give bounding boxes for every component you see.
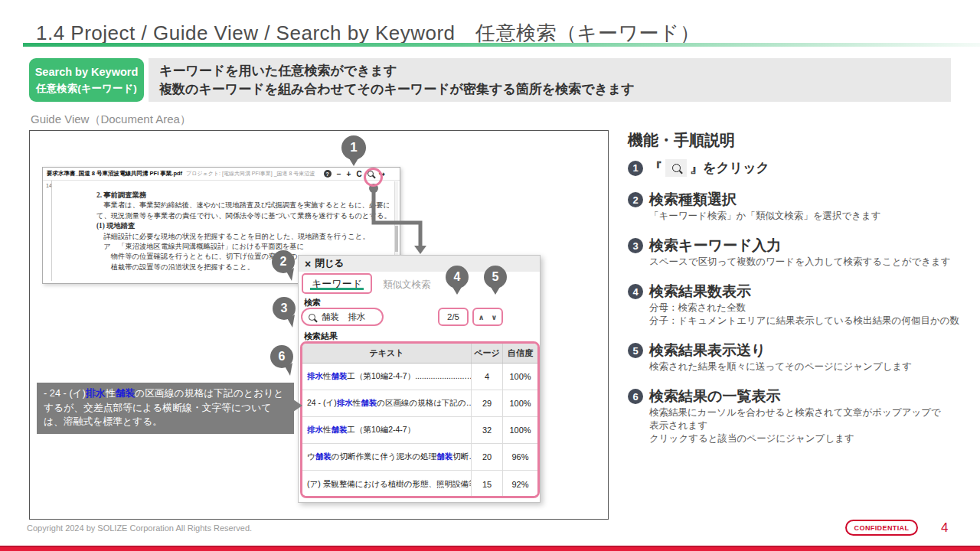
zoom-in-icon[interactable]: + [347,170,351,178]
search-result-row[interactable]: (ア) 景観整備における植樹の形態、照明設備等…1592% [302,471,537,497]
result-page-cell: 29 [472,390,503,416]
step-number-badge: 3 [628,238,643,253]
results-table: テキスト ページ 自信度 排水性舗装工（第10編2-4-7）..........… [300,341,540,498]
callout-2-number: 2 [280,255,287,269]
search-result-row[interactable]: ウ 舗装の切断作業に伴う泥水の処理 舗装切断…2096% [302,444,537,471]
step-number-badge: 2 [628,192,643,207]
pdf-toolbar: ? − + C ↪ [324,170,396,178]
result-page-cell: 15 [472,471,503,497]
text-segment: 24 - (イ) [307,398,337,409]
pdf-page-edge [51,181,52,281]
pdf-project-label: プロジェクト: [電線共同溝 PFI事業] _国道 8 号東沼波 [186,170,320,178]
tab-keyword[interactable]: キーワード [302,273,372,294]
step-description-line: 「キーワード検索」か「類似文検索」を選択できます [649,210,972,223]
zoom-out-icon[interactable]: − [337,170,341,178]
result-text-cell: (ア) 景観整備における植樹の形態、照明設備等… [302,471,472,497]
text-segment: 性 [323,425,332,435]
document-line: (1) 現地踏査 [96,221,389,231]
result-confidence-cell: 100% [503,417,537,443]
highlighted-keyword: 舗装 [332,371,348,382]
result-text-cell: 排水性舗装工（第10編2-4-7） [302,417,472,443]
highlighted-keyword: 舗装 [115,387,135,399]
step-title: 検索結果数表示 [649,282,751,302]
search-input[interactable]: 舗装 排水 [301,308,384,326]
highlighted-keyword: 排水 [86,387,106,399]
close-button-label[interactable]: 閉じる [315,257,344,270]
text-segment: - 24 - (イ) [44,387,86,399]
step-description-line: 分子：ドキュメントエリアに結果表示している検出結果の何個目かの数 [649,315,972,328]
step-description-line: 検索結果にカーソルを合わせると検索されて文章がポップアップで [649,406,972,419]
tab-active-underline [310,288,364,290]
step-number-badge: 4 [628,284,643,299]
result-hover-tooltip: - 24 - (イ)排水性舗装の区画線の規格は下記のとおりとするが、交差点部等に… [37,383,294,434]
bottom-accent-bar [0,546,980,551]
step-item-1: 1『』をクリック [628,159,972,177]
search-query-text: 舗装 排水 [322,311,366,323]
results-table-header: テキスト ページ 自信度 [302,344,537,364]
result-page-cell: 32 [472,417,503,443]
result-counter: 2/5 [438,308,469,326]
document-line: 事業者は、事業契約締結後、速やかに現地踏査及び試掘調査を実施するとともに、必要に… [96,201,389,210]
search-result-row[interactable]: 排水性舗装工（第10編2-4-7）......................…… [302,364,537,390]
text-segment: (ア) 景観整備における植樹の形態、照明設備等… [307,479,472,490]
document-area-label: Guide View（Document Area） [31,112,191,127]
text-segment: 性 [106,387,116,399]
tab-similar-text[interactable]: 類似文検索 [383,279,431,292]
callout-3-number: 3 [281,302,288,315]
feature-badge-jp: 任意検索(キーワード) [29,80,144,96]
help-icon[interactable]: ? [324,170,332,178]
result-confidence-cell: 92% [503,471,537,497]
step-item-5: 5検索結果表示送り検索された結果を順々に送ってそのページにジャンプします [628,341,972,373]
callout-1-number: 1 [350,140,357,155]
highlighted-keyword: 舗装 [315,452,332,462]
result-confidence-cell: 100% [503,364,537,390]
rotate-icon[interactable]: C [356,170,361,178]
search-input-icon [309,314,315,321]
callout-1: 1 [341,135,366,160]
result-text-cell: 24 - (イ)排水性舗装の区画線の規格は下記の… [302,390,472,416]
document-line: て、現況測量等を事業者の責任で行い、関係法令等に基づいて業務を遂行するものとする… [96,211,389,221]
callout-6: 6 [270,345,293,368]
text-segment: 工（第10編2-4-7）......................… [348,371,472,382]
pdf-filename: 要求水準書_国道 8 号東沼波電線共同溝 PFI 事業.pdf [47,170,182,178]
highlighted-keyword: 舗装 [332,425,348,435]
step-item-4: 4検索結果数表示分母：検索された全数分子：ドキュメントエリアに結果表示している検… [628,282,972,328]
step-item-3: 3検索キーワード入力スペースで区切って複数のワードを入力して検索することができま… [628,236,972,269]
pdf-scrollbar-thumb[interactable] [395,226,398,252]
search-result-row[interactable]: 24 - (イ)排水性舗装の区画線の規格は下記の…29100% [302,390,537,417]
step-item-2: 2検索種類選択「キーワード検索」か「類似文検索」を選択できます [628,190,972,223]
result-confidence-cell: 96% [503,444,537,470]
highlighted-keyword: 舗装 [361,398,377,409]
result-confidence-cell: 100% [503,390,537,416]
callout-2: 2 [272,250,295,273]
close-icon[interactable]: × [305,259,311,269]
callout-3: 3 [273,297,296,320]
callout-6-number: 6 [279,350,286,364]
pdf-titlebar: 要求水準書_国道 8 号東沼波電線共同溝 PFI 事業.pdf プロジェクト: … [43,168,400,181]
step-title: 検索キーワード入力 [649,236,781,256]
prev-result-icon[interactable]: ∧ [479,313,485,321]
document-line: 2. 事前調査業務 [96,191,389,201]
feature-description-line1: キーワードを用いた任意検索ができます [159,62,940,80]
document-line: 詳細設計に必要な現地の状況を把握することを目的とした、現地踏査を行うこと。 [96,232,389,242]
slide-page-number: 4 [941,520,948,536]
callout-5-number: 5 [492,270,499,284]
feature-description-line2: 複数のキーワードを組み合わせてそのキーワードが密集する箇所を検索できます [159,80,940,99]
search-panel: × 閉じる キーワード 類似文検索 検索 舗装 排水 2/5 ∧ ∨ 検索結果 … [298,255,541,503]
document-line: ア 「東沼波地区電線共同溝概略設計」における平面図を基に [96,242,389,252]
result-page-cell: 4 [472,364,503,390]
step-number-badge: 5 [628,343,643,358]
search-icon-highlight-ring [364,168,383,187]
search-icon [665,159,687,177]
steps-heading: 機能・手順説明 [628,130,972,151]
steps-panel: 機能・手順説明 1『』をクリック2検索種類選択「キーワード検索」か「類似文検索」… [628,130,972,458]
confidential-badge: CONFIDENTIAL [845,520,918,536]
step-title: 検索種類選択 [649,190,737,210]
search-result-row[interactable]: 排水性舗装工（第10編2-4-7）32100% [302,417,537,444]
text-segment: の切断作業に伴う泥水の処理 [332,452,436,462]
step-description-line: 検索された結果を順々に送ってそのページにジャンプします [649,360,972,373]
results-section-label: 検索結果 [304,331,338,342]
result-text-cell: 排水性舗装工（第10編2-4-7）......................… [302,364,472,390]
step-description-line: 表示されます [649,419,972,432]
next-result-icon[interactable]: ∨ [492,313,498,321]
